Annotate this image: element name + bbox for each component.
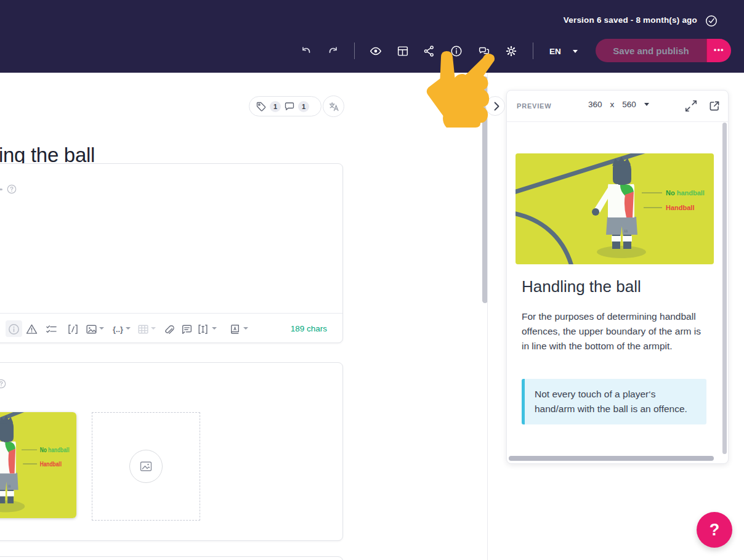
text-block-card: purposes of determining handball offence… <box>0 163 343 343</box>
comments-button[interactable] <box>477 43 493 59</box>
redo-icon <box>326 44 340 58</box>
preview-vertical-scrollbar[interactable] <box>722 123 727 454</box>
svg-text:{..}: {..} <box>113 325 123 333</box>
preview-width: 360 <box>588 100 602 109</box>
image-thumbnail[interactable]: 11 Nohandball Handball <box>0 412 76 518</box>
code-block-button[interactable] <box>67 322 80 336</box>
block-label-fragment <box>0 189 2 190</box>
info-block-button[interactable] <box>7 322 21 336</box>
table-icon <box>137 323 150 336</box>
preview-image: 11 Nohandball Handball <box>516 153 714 264</box>
checklist-button[interactable] <box>45 322 59 336</box>
annotation-pill[interactable]: 1 1 <box>249 96 321 116</box>
note-icon <box>180 323 193 336</box>
character-count: 189 chars <box>291 324 327 333</box>
editor-toolbar: {..} <box>0 313 342 343</box>
note-button[interactable] <box>180 322 194 336</box>
preview-label: PREVIEW <box>517 102 551 110</box>
comment-count-badge: 1 <box>298 101 309 112</box>
chevron-down-icon[interactable] <box>99 327 104 330</box>
svg-text:Nohandball: Nohandball <box>40 446 70 453</box>
help-button[interactable]: ? <box>697 512 732 548</box>
comments-icon <box>477 44 491 58</box>
checklist-icon <box>45 323 58 336</box>
chevron-right-icon <box>494 102 499 111</box>
chevron-down-icon[interactable] <box>126 327 131 330</box>
add-image-placeholder[interactable] <box>92 412 200 521</box>
warning-block-button[interactable] <box>25 322 39 336</box>
language-label: EN <box>549 47 561 56</box>
info-icon <box>450 44 463 58</box>
svg-text:Handball: Handball <box>666 204 694 211</box>
info-button[interactable] <box>450 43 466 59</box>
glossary-book-icon <box>228 323 241 336</box>
info-icon <box>7 323 20 336</box>
chevron-down-icon <box>644 103 649 106</box>
preview-button[interactable] <box>369 43 385 59</box>
check-circle-icon <box>705 14 718 28</box>
chevron-down-icon[interactable] <box>243 327 248 330</box>
translate-button[interactable] <box>323 95 344 117</box>
app-window: Version 6 saved - 8 month(s) ago <box>0 0 744 560</box>
chevron-down-icon <box>573 50 578 53</box>
preview-horizontal-scrollbar[interactable] <box>509 456 714 461</box>
settings-button[interactable] <box>504 43 520 59</box>
redo-button[interactable] <box>326 43 342 59</box>
preview-callout-text: Not every touch of a player‘s hand/arm w… <box>535 389 687 414</box>
text-container-button[interactable] <box>196 322 210 336</box>
open-external-icon <box>708 99 721 113</box>
comment-icon <box>283 100 296 113</box>
more-options-button[interactable]: ••• <box>706 39 731 62</box>
braces-icon: {..} <box>111 323 124 336</box>
settings-gear-icon <box>504 44 518 58</box>
preview-paragraph: For the purposes of determining handball… <box>522 309 708 354</box>
insert-image-button[interactable] <box>85 322 99 336</box>
chevron-down-icon <box>151 327 156 330</box>
svg-text:11: 11 <box>8 484 11 489</box>
svg-text:Handball: Handball <box>40 460 62 468</box>
text-brackets-icon <box>196 323 209 336</box>
version-status: Version 6 saved - 8 month(s) ago <box>564 15 697 25</box>
preview-panel: PREVIEW 360 x 560 <box>506 90 729 464</box>
preview-callout: Not every touch of a player‘s hand/arm w… <box>522 379 706 424</box>
preview-eye-icon <box>369 44 382 58</box>
share-icon <box>423 44 436 58</box>
handball-illustration: 11 Nohandball Handball <box>0 412 76 518</box>
share-button[interactable] <box>423 43 439 59</box>
help-circle-icon[interactable] <box>7 184 17 194</box>
language-selector[interactable]: EN <box>547 43 581 59</box>
image-block-card: 11 Nohandball Handball <box>0 362 343 541</box>
save-and-publish-button[interactable]: Save and publish <box>596 39 706 62</box>
layout-button[interactable] <box>396 43 412 59</box>
tag-icon <box>255 100 267 113</box>
handball-illustration: 11 Nohandball Handball <box>516 153 714 264</box>
paperclip-icon <box>162 323 175 336</box>
code-block-icon <box>67 323 79 336</box>
svg-text:11: 11 <box>624 229 628 233</box>
chevron-down-icon[interactable] <box>212 327 217 330</box>
expand-preview-button[interactable] <box>684 99 698 113</box>
attachment-button[interactable] <box>162 322 176 336</box>
preview-size-x: x <box>610 100 615 109</box>
preview-height: 560 <box>622 100 636 109</box>
undo-icon <box>299 44 313 58</box>
warning-triangle-icon <box>25 323 38 336</box>
glossary-button[interactable] <box>228 322 242 336</box>
panel-divider <box>487 73 488 560</box>
toolbar-divider <box>533 43 533 59</box>
insert-table-button[interactable] <box>137 322 150 336</box>
image-placeholder-icon <box>139 459 153 474</box>
preview-size-selector[interactable]: 360 x 560 <box>584 99 653 110</box>
open-external-button[interactable] <box>708 99 721 113</box>
translate-icon <box>327 100 341 113</box>
help-circle-icon[interactable] <box>0 379 6 389</box>
image-icon <box>85 323 98 336</box>
preview-title: Handling the ball <box>522 277 641 296</box>
layout-icon <box>396 44 410 58</box>
undo-button[interactable] <box>299 43 315 59</box>
preview-header: PREVIEW 360 x 560 <box>507 91 728 122</box>
collapse-preview-button[interactable] <box>485 96 505 116</box>
expand-icon <box>684 99 698 113</box>
tag-count-badge: 1 <box>270 101 281 112</box>
variables-button[interactable]: {..} <box>111 322 125 336</box>
